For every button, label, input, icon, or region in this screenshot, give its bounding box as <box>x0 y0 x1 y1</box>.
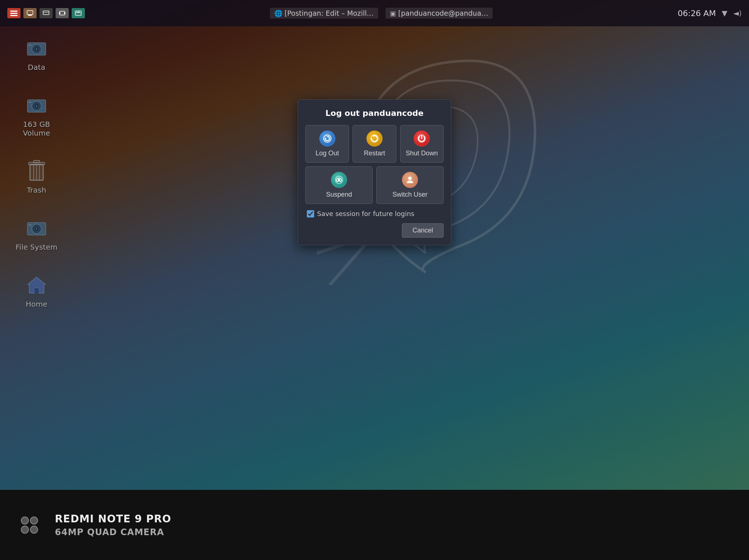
logout-label: Log Out <box>316 150 339 157</box>
panel-icon-1[interactable] <box>7 8 20 18</box>
dialog-buttons-row1: Log Out Restart <box>305 125 444 163</box>
svg-rect-12 <box>76 12 78 12</box>
svg-rect-13 <box>78 12 80 12</box>
panel-icon-2[interactable] <box>23 8 37 18</box>
switch-user-label: Switch User <box>392 191 428 198</box>
phone-bar: REDMI NOTE 9 PRO 64MP QUAD CAMERA <box>0 490 749 560</box>
svg-rect-9 <box>64 12 65 14</box>
dialog-title: Log out panduancode <box>305 109 444 118</box>
phone-camera-icon <box>15 510 44 540</box>
phone-text-block: REDMI NOTE 9 PRO 64MP QUAD CAMERA <box>55 513 171 537</box>
network-icon: ▼ <box>722 9 727 18</box>
cam-circle-1 <box>21 517 29 525</box>
phone-camera-spec: 64MP QUAD CAMERA <box>55 527 171 537</box>
restart-button[interactable]: Restart <box>353 125 396 163</box>
svg-rect-0 <box>10 11 18 12</box>
restart-icon <box>366 130 383 147</box>
save-session-checkbox[interactable] <box>307 210 314 217</box>
svg-rect-3 <box>27 11 33 15</box>
logout-icon <box>319 130 335 147</box>
panel-left <box>7 8 85 18</box>
svg-point-48 <box>338 179 340 181</box>
save-session-row: Save session for future logins <box>305 210 444 217</box>
svg-rect-4 <box>28 15 32 16</box>
dialog-buttons-row2: Suspend Switch User <box>305 166 444 204</box>
panel-right: 06:26 AM ▼ ◄) <box>678 9 742 18</box>
suspend-label: Suspend <box>326 191 352 198</box>
panel-center: 🌐 [Postingan: Edit – Mozill… ▣ [panduanc… <box>270 8 493 19</box>
dialog-overlay: Log out panduancode Log Out <box>0 26 749 490</box>
svg-point-49 <box>408 177 412 180</box>
tab-terminal[interactable]: ▣ [panduancode@pandua… <box>385 8 493 19</box>
logout-dialog: Log out panduancode Log Out <box>298 99 451 245</box>
suspend-icon <box>331 172 347 188</box>
panel-icon-5[interactable] <box>72 8 85 18</box>
top-panel: 🌐 [Postingan: Edit – Mozill… ▣ [panduanc… <box>0 0 749 26</box>
shutdown-icon <box>414 130 430 147</box>
panel-icon-4[interactable] <box>56 8 69 18</box>
save-session-label: Save session for future logins <box>317 210 414 217</box>
cam-circle-3 <box>21 526 29 534</box>
phone-model: REDMI NOTE 9 PRO <box>55 513 171 525</box>
cam-circle-2 <box>30 517 38 525</box>
svg-rect-1 <box>10 13 18 14</box>
panel-icon-3[interactable] <box>39 8 53 18</box>
svg-rect-2 <box>10 15 18 16</box>
cancel-button[interactable]: Cancel <box>402 223 444 238</box>
svg-rect-10 <box>75 11 81 15</box>
clock: 06:26 AM <box>678 9 716 18</box>
switch-user-icon <box>402 172 418 188</box>
camera-circles <box>21 517 38 534</box>
dialog-footer: Cancel <box>305 223 444 238</box>
tab-browser[interactable]: 🌐 [Postingan: Edit – Mozill… <box>270 8 378 19</box>
cam-circle-4 <box>30 526 38 534</box>
switch-user-button[interactable]: Switch User <box>376 166 444 204</box>
shutdown-button[interactable]: Shut Down <box>400 125 444 163</box>
volume-icon: ◄) <box>733 9 742 18</box>
restart-label: Restart <box>364 150 385 157</box>
svg-rect-5 <box>43 11 49 15</box>
shutdown-label: Shut Down <box>406 150 438 157</box>
tab-browser-label: [Postingan: Edit – Mozill… <box>285 9 374 17</box>
logout-button[interactable]: Log Out <box>305 125 349 163</box>
tab-terminal-label: [panduancode@pandua… <box>398 9 488 17</box>
svg-rect-7 <box>60 11 65 15</box>
svg-rect-8 <box>59 12 60 14</box>
suspend-button[interactable]: Suspend <box>305 166 373 204</box>
